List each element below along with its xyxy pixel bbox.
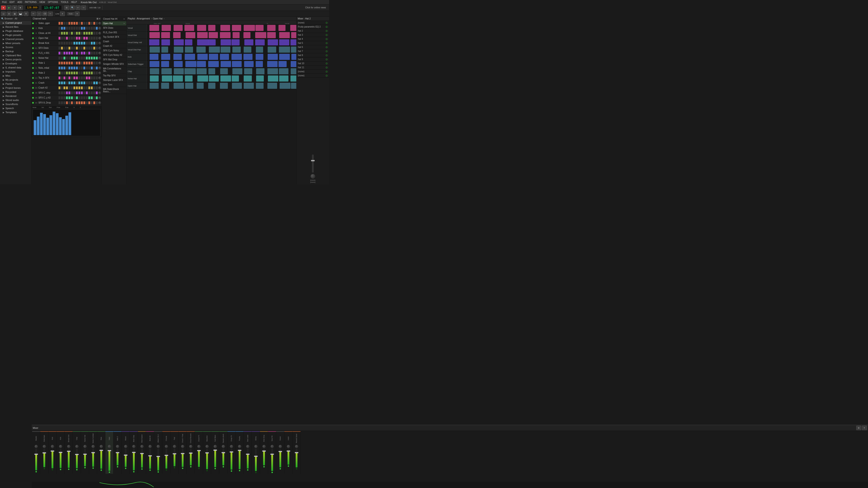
pattern-4-7[interactable] — [231, 54, 242, 60]
step-2-11[interactable] — [86, 32, 88, 35]
pattern-0-12[interactable] — [290, 25, 296, 31]
step-2-2[interactable] — [63, 32, 66, 35]
channel-btn[interactable]: ⊞ — [6, 11, 11, 16]
step-0-4[interactable] — [68, 22, 70, 25]
channel-row-5[interactable]: 41 SFX Disto — [32, 46, 101, 51]
step-16-5[interactable] — [71, 101, 73, 104]
step-15-14[interactable] — [93, 96, 95, 99]
menu-help[interactable]: HELP — [70, 0, 78, 4]
step-5-2[interactable] — [63, 46, 66, 50]
step-16-15[interactable] — [96, 101, 98, 104]
pattern-5-9[interactable] — [256, 61, 263, 67]
step-0-14[interactable] — [93, 22, 95, 25]
ch-knob-11[interactable] — [98, 76, 101, 79]
track-content-2[interactable] — [147, 39, 296, 46]
pattern-7-5[interactable] — [209, 75, 219, 82]
eq-item-3[interactable]: hat 3 — [297, 33, 329, 37]
menu-patterns[interactable]: PATTERNS — [24, 0, 38, 4]
step-9-11[interactable] — [86, 66, 88, 70]
inst-item-4[interactable]: Toy Scritch SFX — [102, 35, 126, 39]
step-10-3[interactable] — [66, 71, 68, 74]
step-11-15[interactable] — [96, 76, 98, 79]
step-7-9[interactable] — [81, 57, 83, 60]
step-0-0[interactable] — [58, 22, 61, 25]
pattern-3-5[interactable] — [209, 46, 220, 53]
pattern-1-9[interactable] — [255, 32, 266, 38]
sidebar-item-soundfonts[interactable]: ▶Soundfonts — [0, 102, 31, 106]
step-3-14[interactable] — [93, 37, 95, 40]
pattern-1-11[interactable] — [279, 32, 290, 38]
pattern-1-3[interactable] — [186, 32, 195, 38]
sidebar-item-sliced-audio[interactable]: ▶Sliced audio — [0, 98, 31, 102]
step-3-8[interactable] — [78, 37, 81, 40]
step-4-12[interactable] — [88, 41, 90, 45]
step-11-1[interactable] — [61, 76, 63, 79]
step-8-3[interactable] — [66, 61, 68, 65]
step-5-3[interactable] — [66, 46, 68, 50]
inst-item-11[interactable]: MA Constellations Sh.. — [102, 66, 126, 73]
pattern-0-8[interactable] — [244, 25, 255, 31]
sidebar-item-backup[interactable]: ▶Backup — [0, 49, 31, 53]
step-12-7[interactable] — [76, 81, 78, 85]
pattern-7-11[interactable] — [279, 75, 288, 82]
step-8-13[interactable] — [91, 61, 93, 65]
step-1-10[interactable] — [83, 27, 86, 30]
step-10-10[interactable] — [83, 71, 86, 74]
pattern-8-1[interactable] — [161, 83, 169, 89]
bpm-display[interactable]: 128.000 — [25, 5, 39, 10]
ch-knob-5[interactable] — [98, 47, 101, 50]
pattern-5-4[interactable] — [197, 61, 206, 67]
pattern-2-12[interactable] — [290, 39, 296, 45]
step-15-15[interactable] — [96, 96, 98, 99]
pattern-6-2[interactable] — [174, 68, 184, 74]
step-11-2[interactable] — [63, 76, 66, 79]
pattern-2-3[interactable] — [185, 39, 192, 45]
step-16-4[interactable] — [68, 101, 70, 104]
eq-item-5[interactable]: hat 5 — [297, 41, 329, 45]
pause-btn[interactable]: ⏸ — [12, 5, 17, 10]
step-12-14[interactable] — [93, 81, 95, 85]
pattern-6-0[interactable] — [150, 68, 159, 74]
pattern-5-6[interactable] — [221, 61, 231, 67]
step-11-12[interactable] — [88, 76, 90, 79]
ch-led-15[interactable] — [32, 97, 34, 99]
ch-knob-0[interactable] — [98, 22, 101, 25]
step-6-11[interactable] — [86, 52, 88, 55]
online-news[interactable]: Click for online news — [303, 6, 328, 9]
step-4-15[interactable] — [96, 41, 98, 45]
sidebar-item-clipboard-files[interactable]: ▶Clipboard files — [0, 53, 31, 57]
ch-led-16[interactable] — [32, 102, 34, 104]
pattern-8-9[interactable] — [256, 83, 264, 89]
step-14-14[interactable] — [93, 91, 95, 94]
channel-row-10[interactable]: 8 Ride 2 — [32, 70, 101, 75]
step-4-0[interactable] — [58, 41, 61, 45]
step-1-3[interactable] — [66, 27, 68, 30]
pattern-8-3[interactable] — [185, 83, 193, 89]
step-2-3[interactable] — [66, 32, 68, 35]
step-3-12[interactable] — [88, 37, 90, 40]
ch-led-4[interactable] — [32, 42, 34, 44]
ch-knob-6[interactable] — [98, 52, 101, 55]
ch-knob-1[interactable] — [98, 27, 101, 30]
inst-item-10[interactable]: Smigen Whistle SFX — [102, 62, 126, 66]
step-9-4[interactable] — [68, 66, 70, 70]
ch-knob-12[interactable] — [98, 82, 101, 84]
channel-row-0[interactable]: 1 Sidec..gger — [32, 21, 101, 26]
pattern-8-0[interactable] — [150, 83, 159, 89]
pattern-1-12[interactable] — [291, 32, 296, 38]
step-11-7[interactable] — [76, 76, 78, 79]
ch-led-5[interactable] — [32, 47, 34, 49]
kick-dropdown[interactable]: ▾ — [74, 11, 80, 16]
step-8-10[interactable] — [83, 61, 86, 65]
step-11-5[interactable] — [71, 76, 73, 79]
step-14-3[interactable] — [66, 91, 68, 94]
step-13-11[interactable] — [86, 86, 88, 90]
pattern-5-1[interactable] — [161, 61, 169, 67]
step-16-2[interactable] — [63, 101, 66, 104]
step-12-10[interactable] — [83, 81, 86, 85]
eq-item-6[interactable]: hat 6 — [297, 45, 329, 49]
sidebar-item-packs[interactable]: ▶Packs — [0, 82, 31, 86]
step-15-3[interactable] — [66, 96, 68, 99]
step-4-9[interactable] — [81, 41, 83, 45]
ch-knob-4[interactable] — [98, 42, 101, 44]
